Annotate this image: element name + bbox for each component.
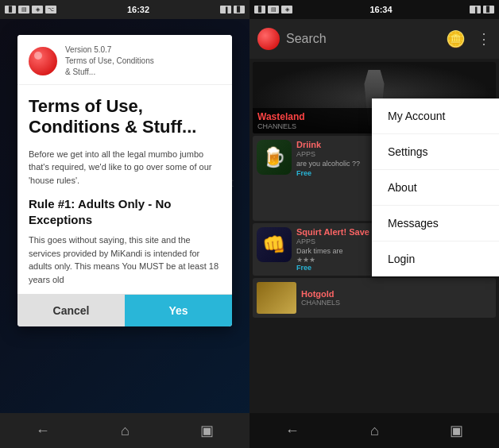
dialog-intro: Before we get into all the legal mumbo j… [29, 148, 221, 187]
menu-dots-icon[interactable]: ⋮ [477, 30, 491, 48]
menu-item-login[interactable]: Login [372, 241, 499, 276]
battery-icon: ▐ [220, 6, 231, 14]
status-icons-r-left: ▊ ▤ ◈ [254, 6, 292, 14]
hotgold-category: CHANNELS [301, 299, 492, 307]
dropdown-menu: My Account Settings About Messages Login [372, 98, 499, 276]
signal-r-icon: ▊ [254, 6, 265, 14]
dialog-rule-title: Rule #1: Adults Only - No Exceptions [29, 196, 221, 227]
driink-icon: 🍺 [257, 140, 292, 175]
menu-item-settings[interactable]: Settings [372, 134, 499, 170]
status-icons-right-left: ▐ ▊ [220, 6, 245, 14]
wasteland-info-left: Wasteland CHANNELS [257, 111, 305, 130]
coins-icon: 🪙 [446, 29, 466, 48]
recents-r-icon[interactable]: ▣ [450, 422, 463, 439]
cancel-button[interactable]: Cancel [17, 295, 125, 326]
status-icons-r-right: ▐ ▊ [470, 6, 494, 14]
hotgold-card[interactable]: Hotgold CHANNELS [253, 278, 496, 318]
wifi-r-icon: ▤ [268, 6, 279, 14]
terms-dialog: Version 5.0.7 Terms of Use, Conditions& … [17, 35, 232, 326]
status-bar-right: ▊ ▤ ◈ 16:34 ▐ ▊ [250, 0, 499, 19]
app-logo [29, 47, 57, 75]
search-label[interactable]: Search [286, 32, 439, 46]
header-subtitle: Terms of Use, Conditions& Stuff... [65, 56, 154, 78]
signal-icon: ▊ [5, 6, 16, 14]
hotgold-info: Hotgold CHANNELS [301, 289, 492, 307]
home-icon[interactable]: ⌂ [121, 423, 130, 439]
content-area: Wasteland CHANNELS 799 🍺 Driink APPS are… [250, 59, 499, 413]
nav-bar-right: ← ⌂ ▣ [250, 413, 499, 448]
recents-icon[interactable]: ▣ [200, 422, 214, 439]
version-text: Version 5.0.7 [65, 44, 154, 56]
signal-r2-icon: ▊ [483, 6, 494, 14]
wasteland-category: CHANNELS [257, 122, 305, 130]
bluetooth-icon: ◈ [32, 6, 43, 14]
status-time-right: 16:34 [369, 5, 392, 14]
hotgold-img [257, 282, 296, 314]
dialog-overlay: Version 5.0.7 Terms of Use, Conditions& … [0, 19, 250, 413]
yes-button[interactable]: Yes [125, 295, 232, 326]
signal2-icon: ▊ [234, 6, 245, 14]
back-r-icon[interactable]: ← [285, 423, 300, 439]
home-r-icon[interactable]: ⌂ [370, 423, 379, 439]
app-logo-small [257, 28, 280, 50]
usb-icon: ⌥ [45, 6, 56, 14]
status-time-left: 16:32 [127, 5, 149, 14]
squirt-icon: 👊 [257, 227, 292, 262]
dialog-rule-text: This goes without saying, this site and … [29, 234, 221, 286]
dialog-header: Version 5.0.7 Terms of Use, Conditions& … [17, 35, 232, 85]
dialog-title: Terms of Use, Conditions & Stuff... [29, 96, 221, 138]
back-icon[interactable]: ← [36, 423, 50, 439]
left-screen: ▊ ▤ ◈ ⌥ 16:32 ▐ ▊ at Version 5.0.7 Terms… [0, 0, 250, 448]
battery-r-icon: ▐ [470, 6, 481, 14]
status-icons-left: ▊ ▤ ◈ ⌥ [5, 6, 56, 14]
nfc-r-icon: ◈ [281, 6, 292, 14]
menu-item-messages[interactable]: Messages [372, 206, 499, 241]
nav-bar-left: ← ⌂ ▣ [0, 413, 250, 448]
dialog-body: Terms of Use, Conditions & Stuff... Befo… [17, 85, 232, 294]
app-header: Search 🪙 ⋮ [250, 19, 499, 59]
hotgold-name: Hotgold [301, 289, 492, 299]
wifi-icon: ▤ [18, 6, 29, 14]
wasteland-title: Wasteland [257, 111, 305, 122]
menu-item-my-account[interactable]: My Account [372, 98, 499, 134]
status-bar-left: ▊ ▤ ◈ ⌥ 16:32 ▐ ▊ [0, 0, 250, 19]
dialog-buttons: Cancel Yes [17, 294, 232, 326]
right-screen: ▊ ▤ ◈ 16:34 ▐ ▊ Search 🪙 ⋮ Wasteland [250, 0, 499, 448]
dialog-header-text: Version 5.0.7 Terms of Use, Conditions& … [65, 44, 154, 78]
menu-item-about[interactable]: About [372, 170, 499, 206]
